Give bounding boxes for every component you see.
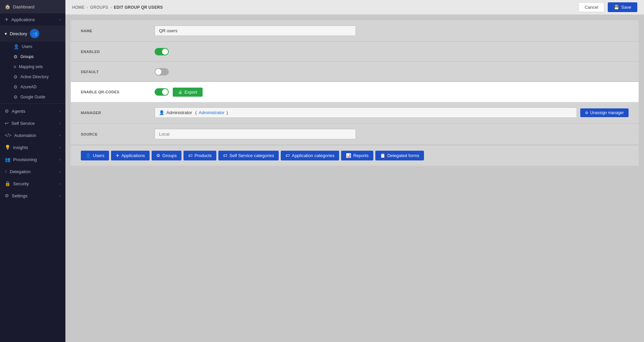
- sidebar-label-directory: Directory: [10, 31, 27, 36]
- tab-btn-users[interactable]: 👤Users: [81, 151, 109, 160]
- chevron-delegation-icon: ‹: [59, 169, 61, 174]
- sidebar-item-dashboard[interactable]: 🏠 Dashboard: [0, 0, 65, 13]
- sidebar-item-groups[interactable]: ⚙ Groups: [11, 52, 65, 62]
- enabled-control: [155, 48, 629, 55]
- tab-btn-groups[interactable]: ⚙Groups: [152, 151, 181, 160]
- sidebar-directory-subitems: 👤 Users ⚙ Groups ≡ Mapping sets ⚙ Active…: [0, 42, 65, 102]
- save-icon: 💾: [614, 5, 619, 10]
- sidebar-label-groups: Groups: [20, 54, 34, 59]
- applications-icon: ✈: [5, 17, 9, 22]
- tab-icon: ⚙: [156, 153, 160, 158]
- tab-btn-products[interactable]: 🏷Products: [183, 151, 216, 160]
- qr-codes-toggle-track: [155, 88, 169, 96]
- sidebar-item-insights[interactable]: 💡 Insights ‹: [0, 141, 65, 153]
- form-row-manager: MANAGER 👤 Administrator ( Administrator …: [71, 102, 639, 124]
- sidebar-label-google-guide: Google Guide: [20, 95, 45, 99]
- groups-sub-icon: ⚙: [13, 54, 18, 59]
- sidebar-item-security[interactable]: 🔒 Security ‹: [0, 178, 65, 190]
- page-content: NAME ENABLED DEFAULT: [65, 15, 644, 342]
- chevron-automation-icon: ‹: [59, 133, 61, 137]
- sidebar-item-mapping-sets[interactable]: ≡ Mapping sets: [11, 62, 65, 72]
- default-toggle[interactable]: [155, 68, 169, 76]
- chevron-provisioning-icon: ‹: [59, 157, 61, 161]
- sidebar-item-self-service[interactable]: ↩ Self Service ‹: [0, 117, 65, 129]
- sidebar: 🏠 Dashboard ✈ Applications ‹ ▾ Directory…: [0, 0, 65, 342]
- form-row-qr-codes: ENABLE QR-CODES 🖨 Export: [71, 82, 639, 102]
- sidebar-item-applications[interactable]: ✈ Applications ‹: [0, 13, 65, 26]
- qr-codes-toggle-thumb: [162, 89, 168, 95]
- save-button[interactable]: 💾 Save: [608, 2, 637, 12]
- sidebar-item-agents[interactable]: ⚙ Agents ‹: [0, 105, 65, 117]
- qr-codes-label: ENABLE QR-CODES: [81, 90, 155, 94]
- enabled-toggle[interactable]: [155, 48, 169, 55]
- tab-icon: 📊: [346, 153, 351, 158]
- sidebar-item-directory[interactable]: ▾ Directory 👥: [0, 26, 65, 42]
- tab-label: Applications: [121, 153, 145, 158]
- mapping-sets-sub-icon: ≡: [13, 64, 16, 69]
- sidebar-label-applications: Applications: [11, 17, 35, 22]
- form-row-enabled: ENABLED: [71, 42, 639, 62]
- breadcrumb-sep-2: ›: [110, 5, 112, 10]
- save-label: Save: [621, 5, 631, 10]
- tab-label: Groups: [162, 153, 177, 158]
- tab-label: Delegated forms: [387, 153, 419, 158]
- chevron-agents-icon: ‹: [59, 109, 61, 113]
- directory-avatar: 👥: [30, 29, 39, 38]
- sidebar-label-users: Users: [22, 44, 32, 49]
- tab-icon: 📋: [380, 153, 385, 158]
- sidebar-label-insights: Insights: [13, 145, 28, 150]
- active-directory-sub-icon: ⚙: [13, 74, 18, 80]
- sidebar-label-security: Security: [13, 181, 29, 186]
- azure-ad-sub-icon: ⚙: [13, 84, 18, 90]
- tab-buttons-row: 👤Users✈Applications⚙Groups🏷Products🏷Self…: [71, 145, 639, 166]
- tab-btn-application-categories[interactable]: 🏷Application categories: [281, 151, 339, 160]
- sidebar-item-settings[interactable]: ⚙ Settings ‹: [0, 190, 65, 202]
- breadcrumb-home[interactable]: HOME: [72, 5, 85, 10]
- unassign-manager-button[interactable]: ⊘ Unassign manager: [580, 108, 629, 117]
- directory-icon: ▾: [5, 31, 7, 36]
- sidebar-item-active-directory[interactable]: ⚙ Active Directory: [11, 72, 65, 82]
- delegation-icon: ↑: [5, 169, 7, 174]
- sidebar-label-dashboard: Dashboard: [13, 4, 35, 9]
- tab-btn-reports[interactable]: 📊Reports: [341, 151, 373, 160]
- breadcrumb-current: EDIT GROUP QR USERS: [114, 5, 163, 10]
- tab-btn-self-service-categories[interactable]: 🏷Self Service categories: [218, 151, 279, 160]
- directory-avatar-icon: 👥: [32, 31, 38, 36]
- topbar: HOME › GROUPS › EDIT GROUP QR USERS Canc…: [65, 0, 644, 15]
- sidebar-item-automation[interactable]: </> Automation ‹: [0, 129, 65, 141]
- agents-icon: ⚙: [5, 108, 9, 114]
- sidebar-item-azure-ad[interactable]: ⚙ AzureAD: [11, 82, 65, 92]
- sidebar-item-users[interactable]: 👤 Users: [11, 42, 65, 52]
- tab-icon: 🏷: [188, 153, 193, 158]
- insights-icon: 💡: [5, 145, 10, 150]
- cancel-button[interactable]: Cancel: [578, 2, 604, 12]
- tab-label: Application categories: [292, 153, 334, 158]
- tab-btn-applications[interactable]: ✈Applications: [111, 151, 150, 160]
- export-button[interactable]: 🖨 Export: [173, 88, 203, 97]
- breadcrumb-groups[interactable]: GROUPS: [90, 5, 108, 10]
- sidebar-label-azure-ad: AzureAD: [20, 85, 37, 89]
- sidebar-label-mapping-sets: Mapping sets: [19, 64, 43, 69]
- name-label: NAME: [81, 29, 155, 33]
- manager-label: MANAGER: [81, 111, 155, 115]
- manager-link[interactable]: Administrator: [199, 110, 225, 115]
- qr-codes-toggle[interactable]: [155, 88, 169, 96]
- sidebar-label-delegation: Delegation: [10, 169, 31, 174]
- sidebar-item-delegation[interactable]: ↑ Delegation ‹: [0, 165, 65, 178]
- tab-btn-delegated-forms[interactable]: 📋Delegated forms: [375, 151, 424, 160]
- breadcrumb-sep-1: ›: [87, 5, 88, 10]
- name-control: [155, 26, 629, 36]
- manager-user-icon: 👤: [159, 110, 164, 115]
- default-control: [155, 68, 629, 76]
- form-row-source: SOURCE Local: [71, 124, 639, 145]
- enabled-toggle-track: [155, 48, 169, 55]
- tab-icon: ✈: [116, 153, 119, 158]
- manager-name: Administrator: [166, 110, 192, 115]
- tab-label: Users: [93, 153, 104, 158]
- sidebar-label-self-service: Self Service: [11, 121, 35, 126]
- chevron-insights-icon: ‹: [59, 145, 61, 149]
- main-content: HOME › GROUPS › EDIT GROUP QR USERS Canc…: [65, 0, 644, 342]
- sidebar-item-google-guide[interactable]: ⚙ Google Guide: [11, 92, 65, 102]
- sidebar-item-provisioning[interactable]: 👥 Provisioning ‹: [0, 153, 65, 165]
- name-input[interactable]: [155, 26, 356, 36]
